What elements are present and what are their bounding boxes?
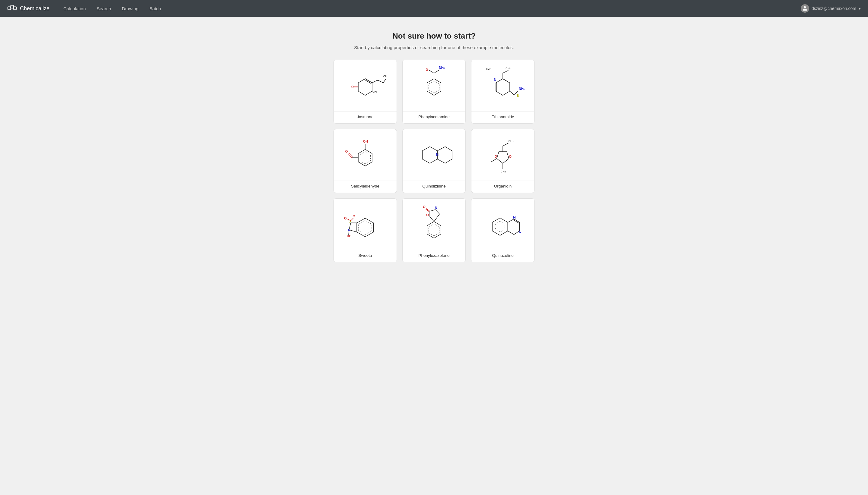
svg-rect-0 xyxy=(8,7,11,10)
svg-marker-16 xyxy=(429,81,439,93)
molecule-card-sweeta[interactable]: S O O N HO Sweeta xyxy=(333,198,397,262)
molecule-name-quinolizidine: Quinolizidine xyxy=(403,181,465,193)
svg-text:O: O xyxy=(353,214,356,218)
svg-text:CH₃: CH₃ xyxy=(508,140,513,142)
nav-links: Calculation Search Drawing Batch xyxy=(59,4,801,13)
svg-line-9 xyxy=(372,80,378,83)
molecule-image-phenyloxazolone: O N O xyxy=(403,199,465,250)
user-menu[interactable]: dszisz@chemaxon.com ▾ xyxy=(801,4,861,13)
molecule-image-organidin: O O CH₃ I CH₃ xyxy=(471,129,534,181)
svg-marker-45 xyxy=(497,152,509,164)
svg-marker-35 xyxy=(360,152,371,164)
molecule-name-jasmone: Jasmone xyxy=(334,111,397,123)
nav-search[interactable]: Search xyxy=(92,4,115,13)
svg-marker-67 xyxy=(429,224,439,236)
svg-text:O: O xyxy=(426,68,428,71)
svg-text:N: N xyxy=(436,153,439,157)
svg-text:N: N xyxy=(494,78,496,81)
svg-marker-3 xyxy=(358,79,372,95)
svg-point-79 xyxy=(495,222,505,232)
svg-text:HO: HO xyxy=(347,235,351,238)
svg-text:O: O xyxy=(426,213,429,217)
molecule-card-ethionamide[interactable]: N CH₃ H₃C S NH₂ Ethionamide xyxy=(471,60,535,124)
molecule-card-phenyloxazolone[interactable]: O N O Phenyloxazolone xyxy=(402,198,466,262)
svg-line-27 xyxy=(503,70,508,73)
molecule-name-organidin: Organidin xyxy=(471,181,534,193)
molecule-image-salicylaldehyde: O OH xyxy=(334,129,397,181)
svg-text:CH₃: CH₃ xyxy=(501,170,506,173)
svg-text:CH₃: CH₃ xyxy=(383,75,389,78)
brand-logo[interactable]: Chemicalize xyxy=(7,5,49,12)
svg-text:NH₂: NH₂ xyxy=(519,87,525,90)
svg-text:O: O xyxy=(494,155,497,158)
svg-line-51 xyxy=(491,158,496,162)
svg-text:N: N xyxy=(513,215,516,220)
molecule-card-jasmone[interactable]: O CH₃ CH₃ Jasmone xyxy=(333,60,397,124)
molecule-image-sweeta: S O O N HO xyxy=(334,199,397,250)
brand-name: Chemicalize xyxy=(20,5,49,12)
svg-text:O: O xyxy=(423,205,426,209)
svg-marker-55 xyxy=(357,218,373,237)
svg-line-30 xyxy=(510,91,514,95)
svg-text:O: O xyxy=(351,85,354,89)
svg-marker-66 xyxy=(427,222,441,238)
nav-batch[interactable]: Batch xyxy=(145,4,165,13)
svg-text:OH: OH xyxy=(363,140,368,143)
svg-text:H₃C: H₃C xyxy=(486,68,492,70)
svg-marker-22 xyxy=(496,79,510,95)
molecule-name-quinazoline: Quinazoline xyxy=(471,250,534,262)
brand-icon xyxy=(7,5,17,12)
svg-line-72 xyxy=(434,214,439,222)
molecule-grid: O CH₃ CH₃ Jasmone xyxy=(326,60,542,262)
svg-text:CH₃: CH₃ xyxy=(373,90,378,93)
page-header: Not sure how to start? Start by calculat… xyxy=(347,17,521,60)
user-email: dszisz@chemaxon.com xyxy=(812,6,856,11)
molecule-image-ethionamide: N CH₃ H₃C S NH₂ xyxy=(471,60,534,111)
svg-line-71 xyxy=(436,209,440,214)
svg-rect-2 xyxy=(14,7,17,10)
svg-line-61 xyxy=(351,218,354,221)
svg-marker-34 xyxy=(358,150,372,166)
molecule-image-quinolizidine: N xyxy=(403,129,465,181)
svg-line-10 xyxy=(378,80,383,83)
navbar: Chemicalize Calculation Search Drawing B… xyxy=(0,0,868,17)
svg-text:I: I xyxy=(487,160,488,165)
user-avatar-icon xyxy=(801,4,809,13)
svg-rect-1 xyxy=(11,5,14,8)
svg-text:S: S xyxy=(517,94,519,97)
svg-line-18 xyxy=(429,70,434,73)
svg-line-68 xyxy=(430,217,434,222)
user-dropdown-icon: ▾ xyxy=(859,6,861,11)
molecule-card-phenylacetamide[interactable]: O NH₂ Phenylacetamide xyxy=(402,60,466,124)
molecule-name-salicylaldehyde: Salicylaldehyde xyxy=(334,181,397,193)
svg-line-49 xyxy=(503,143,508,146)
svg-marker-15 xyxy=(427,79,441,95)
main-content: Not sure how to start? Start by calculat… xyxy=(0,0,868,495)
svg-line-24 xyxy=(504,79,509,83)
svg-line-11 xyxy=(383,79,386,83)
nav-calculation[interactable]: Calculation xyxy=(59,4,90,13)
svg-text:O: O xyxy=(509,155,511,158)
nav-drawing[interactable]: Drawing xyxy=(118,4,143,13)
molecule-card-salicylaldehyde[interactable]: O OH Salicylaldehyde xyxy=(333,129,397,193)
molecule-card-organidin[interactable]: O O CH₃ I CH₃ Organidin xyxy=(471,129,535,193)
molecule-card-quinolizidine[interactable]: N Quinolizidine xyxy=(402,129,466,193)
svg-line-70 xyxy=(430,209,435,211)
molecule-image-phenylacetamide: O NH₂ xyxy=(403,60,465,111)
molecule-name-phenyloxazolone: Phenyloxazolone xyxy=(403,250,465,262)
page-subtitle: Start by calculating properties or searc… xyxy=(354,45,514,50)
molecule-name-ethionamide: Ethionamide xyxy=(471,111,534,123)
svg-marker-56 xyxy=(359,220,372,235)
svg-text:N: N xyxy=(519,230,522,234)
svg-marker-43 xyxy=(437,147,452,163)
molecule-name-phenylacetamide: Phenylacetamide xyxy=(403,111,465,123)
svg-text:N: N xyxy=(435,206,437,209)
svg-line-20 xyxy=(434,70,439,73)
svg-text:NH₂: NH₂ xyxy=(439,66,445,69)
molecule-image-jasmone: O CH₃ CH₃ xyxy=(334,60,397,111)
svg-marker-78 xyxy=(492,218,508,236)
molecule-image-quinazoline: N N xyxy=(471,199,534,250)
svg-text:CH₃: CH₃ xyxy=(506,67,511,70)
molecule-card-quinazoline[interactable]: N N Quinazoline xyxy=(471,198,535,262)
svg-text:O: O xyxy=(344,217,347,220)
